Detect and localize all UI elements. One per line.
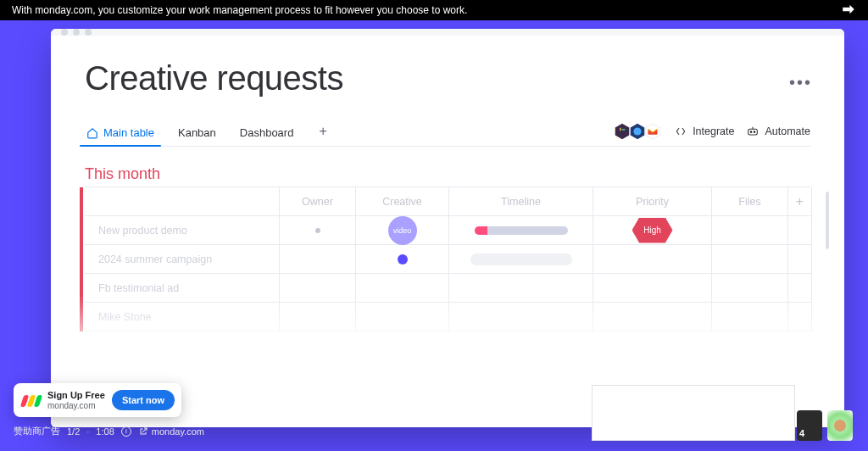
priority-cell[interactable]	[593, 274, 712, 303]
automate-label: Automate	[765, 125, 810, 137]
integrate-button[interactable]: Integrate	[674, 125, 734, 138]
owner-cell[interactable]	[280, 274, 356, 303]
ad-label: 赞助商广告	[14, 425, 60, 437]
sponsor-card[interactable]: Sign Up Free monday.com Start now	[14, 383, 181, 417]
tab-dashboard[interactable]: Dashboard	[238, 121, 296, 146]
creative-dot-icon	[398, 254, 408, 264]
sponsor-domain: monday.com	[47, 401, 105, 410]
thumbnail-count[interactable]: 4	[797, 410, 822, 441]
col-header-owner[interactable]: Owner	[280, 187, 356, 216]
board-grid: Owner Creative Timeline Priority Files +…	[85, 187, 810, 331]
video-caption-bar: With monday.com, you customize your work…	[0, 0, 868, 20]
col-header-timeline[interactable]: Timeline	[449, 187, 593, 216]
files-cell[interactable]	[712, 216, 788, 245]
item-name[interactable]: Mike Stone	[85, 303, 280, 331]
thumbnail-participant[interactable]	[827, 410, 853, 441]
owner-cell[interactable]	[280, 303, 356, 331]
svg-rect-2	[622, 129, 626, 131]
svg-marker-0	[615, 123, 630, 138]
creative-video-chip: video	[388, 216, 417, 245]
timeline-bar	[475, 226, 568, 235]
window-dot	[85, 29, 92, 36]
automate-button[interactable]: Automate	[746, 125, 810, 138]
svg-rect-1	[620, 127, 621, 131]
priority-cell[interactable]	[593, 303, 712, 331]
files-cell[interactable]	[712, 303, 788, 331]
item-name[interactable]: New product demo	[85, 216, 280, 245]
group-this-month: This month Owner Creative Timeline Prior…	[85, 165, 810, 331]
board-more-button[interactable]: •••	[789, 73, 812, 92]
window-dot	[61, 29, 68, 36]
row-end-cell	[788, 245, 812, 274]
priority-cell[interactable]	[593, 245, 712, 274]
col-header-files[interactable]: Files	[712, 187, 788, 216]
ad-progress: 1/2	[67, 426, 80, 437]
avatar-icon	[834, 420, 846, 432]
thumbnail-count-badge: 4	[799, 428, 804, 438]
board-title: Creative requests	[85, 59, 810, 97]
tab-label: Dashboard	[240, 126, 294, 139]
priority-cell[interactable]: High	[593, 216, 712, 245]
window-dot	[73, 29, 80, 36]
share-icon[interactable]	[841, 2, 856, 19]
creative-cell[interactable]: video	[356, 216, 449, 245]
svg-point-8	[754, 131, 756, 132]
item-name[interactable]: Fb testimonial ad	[85, 274, 280, 303]
tab-main-table[interactable]: Main table	[85, 121, 156, 146]
row-end-cell	[788, 274, 812, 303]
gmail-hex-icon	[643, 122, 662, 141]
add-column-button[interactable]: +	[788, 187, 812, 216]
overlay-panel	[592, 385, 795, 441]
svg-marker-5	[646, 123, 660, 138]
files-cell[interactable]	[712, 274, 788, 303]
group-title[interactable]: This month	[85, 165, 810, 183]
view-tabs-row: Main table Kanban Dashboard +	[85, 121, 810, 147]
ad-site-link[interactable]: monday.com	[138, 426, 204, 437]
ad-info-bar: 赞助商广告 1/2 · 1:08 i monday.com	[14, 425, 204, 437]
owner-cell[interactable]	[280, 216, 356, 245]
integration-icons[interactable]	[613, 122, 662, 141]
monday-logo-icon	[22, 393, 41, 407]
scrollbar-vertical[interactable]	[826, 192, 829, 249]
svg-point-4	[634, 127, 642, 135]
svg-rect-6	[748, 129, 758, 135]
priority-high-badge: High	[632, 218, 673, 243]
col-header-priority[interactable]: Priority	[593, 187, 712, 216]
svg-point-7	[751, 131, 753, 132]
caption-text: With monday.com, you customize your work…	[12, 4, 467, 16]
tab-label: Kanban	[178, 126, 216, 139]
sponsor-headline: Sign Up Free	[47, 390, 105, 400]
add-view-button[interactable]: +	[315, 124, 330, 144]
tab-label: Main table	[103, 126, 154, 139]
creative-cell[interactable]	[356, 274, 449, 303]
owner-placeholder-icon	[315, 228, 320, 233]
timeline-cell[interactable]	[449, 303, 593, 331]
timeline-cell[interactable]	[449, 274, 593, 303]
sponsor-cta-button[interactable]: Start now	[112, 390, 175, 410]
window-titlebar	[51, 29, 844, 36]
timeline-placeholder	[470, 253, 572, 265]
ad-site-text: monday.com	[152, 426, 204, 437]
info-icon[interactable]: i	[121, 426, 131, 437]
row-end-cell	[788, 303, 812, 331]
participant-thumbnails: 4	[797, 410, 853, 441]
integrate-label: Integrate	[693, 125, 734, 137]
board-area: Creative requests ••• Main table Kanban …	[51, 36, 844, 427]
files-cell[interactable]	[712, 245, 788, 274]
tab-kanban[interactable]: Kanban	[176, 121, 218, 146]
timeline-cell[interactable]	[449, 216, 593, 245]
col-header-creative[interactable]: Creative	[356, 187, 449, 216]
owner-cell[interactable]	[280, 245, 356, 274]
creative-cell[interactable]	[356, 245, 449, 274]
app-window: Creative requests ••• Main table Kanban …	[51, 29, 844, 427]
col-header-name	[85, 187, 280, 216]
ad-time: 1:08	[96, 426, 114, 437]
timeline-cell[interactable]	[449, 245, 593, 274]
row-end-cell	[788, 216, 812, 245]
sponsor-text: Sign Up Free monday.com	[47, 390, 105, 409]
item-name[interactable]: 2024 summer campaign	[85, 245, 280, 274]
creative-cell[interactable]	[356, 303, 449, 331]
